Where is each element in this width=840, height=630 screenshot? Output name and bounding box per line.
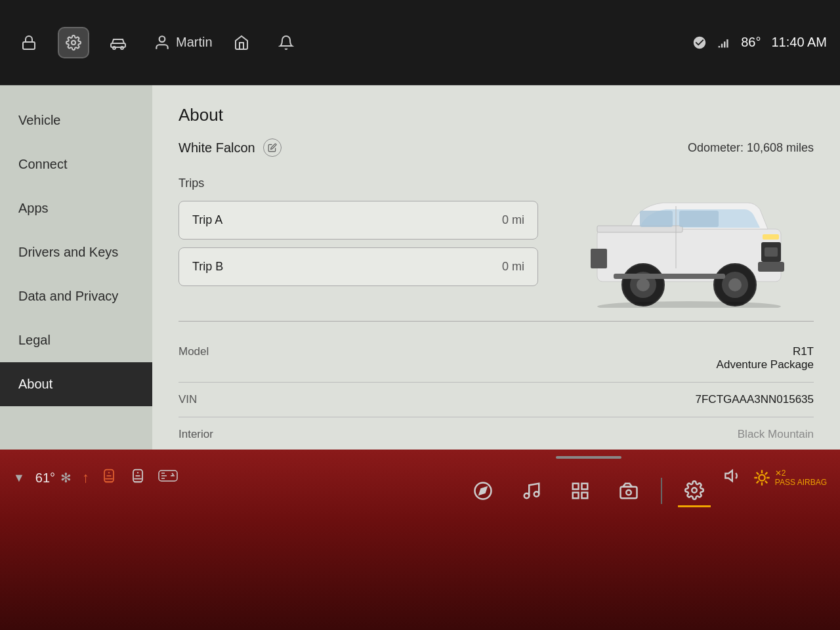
airbag-indicator: ✕2 PASS AIRBAG (753, 469, 827, 488)
svg-rect-39 (620, 487, 637, 499)
temp-value: 61° (35, 471, 55, 486)
svg-rect-38 (581, 493, 587, 499)
svg-rect-6 (719, 46, 721, 48)
svg-rect-7 (721, 43, 723, 47)
sidebar-item-apps[interactable]: Apps (0, 186, 152, 230)
svg-marker-32 (480, 488, 487, 495)
model-value: R1T (284, 345, 814, 358)
taskbar-center-column (467, 456, 711, 518)
model-package: Adventure Package (284, 358, 814, 371)
sidebar-item-data-privacy[interactable]: Data and Privacy (0, 274, 152, 318)
user-name: Martin (176, 35, 213, 50)
interior-row: Interior Black Mountain (178, 417, 814, 450)
sidebar-item-connect[interactable]: Connect (0, 142, 152, 186)
interior-label: Interior (178, 428, 284, 441)
seat-heat-driver-icon[interactable] (100, 467, 118, 489)
apps-grid-icon[interactable] (564, 474, 597, 507)
trips-label: Trips (178, 177, 538, 190)
svg-rect-36 (581, 484, 587, 490)
svg-marker-40 (623, 484, 632, 487)
svg-rect-12 (765, 247, 778, 257)
sidebar-item-about[interactable]: About (0, 362, 152, 406)
interior-value: Black Mountain (284, 428, 814, 441)
svg-marker-43 (725, 471, 732, 481)
vehicle-name: White Falcon (178, 140, 255, 156)
sidebar-item-legal[interactable]: Legal (0, 318, 152, 362)
model-row: Model R1T Adventure Package (178, 335, 814, 383)
sidebar: Vehicle Connect Apps Drivers and Keys Da… (0, 85, 152, 450)
svg-rect-37 (573, 493, 579, 499)
vehicle-header: White Falcon Odometer: 10,608 miles (178, 138, 814, 157)
time-display: 11:40 AM (771, 35, 827, 50)
svg-rect-35 (573, 484, 579, 490)
bell-icon[interactable] (270, 27, 302, 58)
odometer: Odometer: 10,608 miles (688, 141, 814, 155)
svg-point-5 (159, 36, 165, 42)
home-icon[interactable] (226, 27, 257, 58)
main-layout: Vehicle Connect Apps Drivers and Keys Da… (0, 85, 840, 450)
svg-point-33 (524, 494, 530, 499)
taskbar-right: ✕2 PASS AIRBAG (711, 456, 840, 499)
expand-icon[interactable]: ▼ (13, 471, 25, 485)
settings-active-icon[interactable] (58, 27, 89, 58)
sidebar-item-drivers-keys[interactable]: Drivers and Keys (0, 230, 152, 274)
taskbar-left: ▼ 61° ✻ ↑ (0, 456, 467, 499)
svg-point-27 (597, 301, 781, 308)
svg-rect-26 (763, 234, 779, 240)
temperature-display: 86° (741, 35, 761, 50)
svg-point-41 (626, 490, 631, 495)
scroll-indicator (556, 456, 621, 459)
svg-point-21 (728, 278, 742, 291)
sidebar-item-vehicle[interactable]: Vehicle (0, 98, 152, 142)
taskbar: ▼ 61° ✻ ↑ (0, 450, 840, 630)
defrost-icon[interactable] (158, 467, 178, 489)
edit-vehicle-name-button[interactable] (263, 138, 282, 157)
svg-rect-24 (640, 211, 673, 227)
svg-rect-0 (23, 42, 35, 49)
lock-icon[interactable] (13, 27, 45, 58)
svg-rect-8 (724, 41, 726, 47)
vin-row: VIN 7FCTGAAA3NN015635 (178, 383, 814, 417)
vehicle-image (564, 177, 814, 308)
svg-point-42 (692, 488, 697, 493)
seat-heat-passenger-icon[interactable] (129, 467, 147, 489)
fan-icon: ✻ (60, 470, 72, 486)
navigation-icon[interactable] (467, 474, 499, 507)
svg-point-44 (759, 474, 765, 480)
climate-temp: 61° ✻ (35, 470, 72, 486)
svg-rect-14 (591, 249, 607, 268)
volume-icon[interactable] (724, 467, 742, 489)
model-label: Model (178, 345, 284, 358)
vehicle-name-row: White Falcon (178, 138, 282, 157)
vehicle-section: Trips Trip A 0 mi Trip B 0 mi (178, 177, 814, 308)
info-section: Model R1T Adventure Package VIN 7FCTGAAA… (178, 321, 814, 450)
car-icon[interactable] (102, 27, 134, 58)
svg-rect-22 (614, 274, 725, 279)
svg-rect-25 (679, 211, 719, 227)
svg-rect-9 (726, 39, 728, 48)
trip-a-card[interactable]: Trip A 0 mi (178, 201, 538, 240)
arrow-up-icon[interactable]: ↑ (82, 469, 89, 486)
trip-a-name: Trip A (192, 213, 222, 227)
taskbar-divider (661, 478, 662, 504)
airbag-text: ✕2 PASS AIRBAG (775, 469, 827, 488)
user-profile[interactable]: Martin (154, 34, 213, 51)
trip-b-distance: 0 mi (502, 260, 524, 274)
svg-point-18 (637, 278, 650, 291)
camera-icon[interactable] (612, 474, 645, 507)
svg-point-34 (534, 492, 539, 497)
trips-section: Trips Trip A 0 mi Trip B 0 mi (178, 177, 538, 308)
content-area: About White Falcon Odometer: 10,608 mile… (152, 85, 840, 450)
settings-taskbar-icon[interactable] (678, 474, 711, 507)
trip-a-distance: 0 mi (502, 213, 524, 227)
vin-label: VIN (178, 393, 284, 406)
music-icon[interactable] (515, 474, 548, 507)
taskbar-center (467, 464, 711, 518)
trip-b-card[interactable]: Trip B 0 mi (178, 247, 538, 286)
svg-rect-13 (758, 262, 784, 272)
vin-value: 7FCTGAAA3NN015635 (284, 393, 814, 406)
status-bar: 86° 11:40 AM (692, 35, 827, 50)
top-bar: Martin 86° 11:40 AM (0, 0, 840, 85)
svg-point-1 (72, 41, 75, 45)
page-title: About (178, 105, 814, 125)
